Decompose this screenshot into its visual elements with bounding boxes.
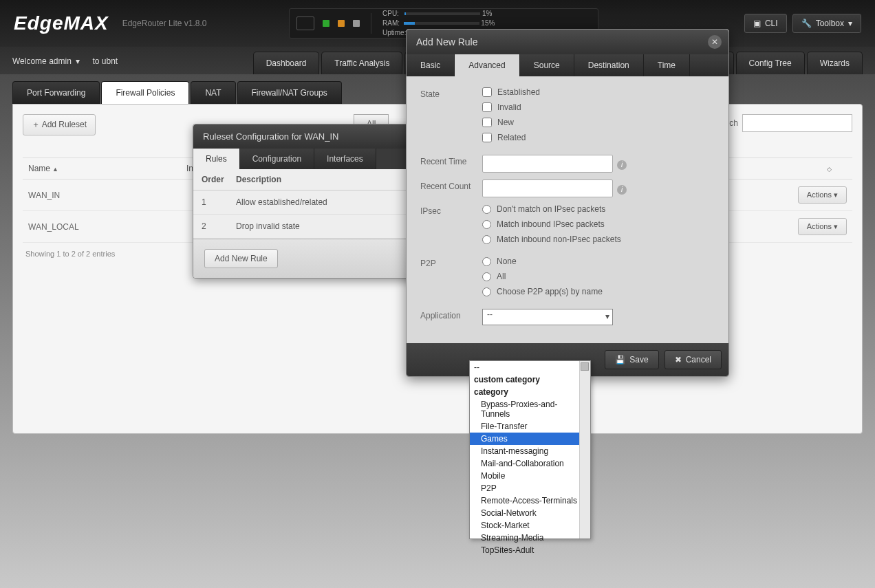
application-dropdown[interactable]: -- custom category category Bypass-Proxi… (469, 360, 591, 539)
nav-tab-traffic-analysis[interactable]: Traffic Analysis (321, 52, 402, 74)
sort-asc-icon: ▲ (52, 166, 58, 173)
dropdown-item[interactable]: Remote-Access-Terminals (470, 494, 590, 507)
scroll-thumb[interactable] (581, 362, 589, 371)
dropdown-group: category (470, 386, 590, 398)
add-rule-modal: Add New Rule ✕ BasicAdvancedSourceDestin… (406, 29, 729, 377)
application-select[interactable]: --▾ (482, 309, 613, 325)
subtab-nat[interactable]: NAT (191, 81, 235, 104)
p2p-option[interactable]: None (482, 257, 715, 266)
ruleset-tab-rules[interactable]: Rules (193, 149, 240, 169)
sort-icon: ◇ (827, 166, 832, 173)
info-icon: i (617, 185, 627, 195)
scrollbar[interactable] (579, 361, 590, 538)
row-name: WAN_LOCAL (28, 222, 186, 232)
checkbox[interactable] (482, 133, 492, 142)
dropdown-item[interactable]: Streaming-Media (470, 532, 590, 544)
dropdown-item[interactable]: -- (470, 361, 590, 373)
actions-button[interactable]: Actions ▾ (798, 186, 847, 204)
nav-tab-config-tree[interactable]: Config Tree (736, 52, 805, 74)
close-icon[interactable]: ✕ (708, 35, 722, 49)
state-option[interactable]: Established (482, 87, 715, 97)
dropdown-item[interactable]: File-Transfer (470, 420, 590, 433)
dropdown-item[interactable]: Social-Network (470, 507, 590, 519)
state-label: State (420, 87, 482, 99)
rule-order: 1 (202, 197, 236, 207)
cancel-button[interactable]: ✖Cancel (665, 350, 722, 369)
dropdown-item[interactable]: Bypass-Proxies-and-Tunnels (470, 398, 590, 420)
application-label: Application (420, 309, 482, 320)
chevron-down-icon: ▾ (605, 312, 609, 321)
rule-tab-advanced[interactable]: Advanced (455, 54, 519, 76)
radio[interactable] (482, 272, 491, 281)
cli-button[interactable]: ▣CLI (744, 14, 787, 33)
dropdown-item[interactable]: Stock-Market (470, 519, 590, 532)
add-ruleset-button[interactable]: ＋ Add Ruleset (23, 114, 96, 135)
welcome-to: to ubnt (92, 56, 118, 66)
radio[interactable] (482, 205, 491, 214)
p2p-label: P2P (420, 257, 482, 268)
checkbox[interactable] (482, 102, 492, 112)
col-order: Order (202, 175, 236, 184)
radio[interactable] (482, 220, 491, 229)
rule-order: 2 (202, 221, 236, 231)
recent-count-label: Recent Count (420, 179, 482, 191)
checkbox[interactable] (482, 87, 492, 97)
terminal-icon: ▣ (753, 19, 761, 28)
save-button[interactable]: 💾Save (605, 350, 658, 369)
subtab-firewall-nat-groups[interactable]: Firewall/NAT Groups (237, 81, 342, 104)
nav-tab-wizards[interactable]: Wizards (807, 52, 863, 74)
add-new-rule-button[interactable]: Add New Rule (204, 249, 278, 268)
checkbox[interactable] (482, 118, 492, 127)
interface-icon (296, 17, 314, 30)
state-option[interactable]: Related (482, 133, 715, 142)
state-option[interactable]: Invalid (482, 102, 715, 112)
subtab-firewall-policies[interactable]: Firewall Policies (101, 81, 189, 104)
port-icon-2 (338, 20, 345, 27)
port-icon-3 (353, 20, 360, 27)
rule-desc: Allow established/related (236, 197, 327, 207)
p2p-option[interactable]: All (482, 272, 715, 281)
rule-tab-time[interactable]: Time (644, 54, 690, 76)
radio[interactable] (482, 287, 491, 296)
rule-tab-source[interactable]: Source (520, 54, 574, 76)
subtab-port-forwarding[interactable]: Port Forwarding (12, 81, 100, 104)
ruleset-tab-interfaces[interactable]: Interfaces (314, 149, 376, 169)
welcome-text: Welcome admin (12, 56, 72, 66)
ruleset-tab-configuration[interactable]: Configuration (240, 149, 314, 169)
p2p-option[interactable]: Choose P2P app(s) by name (482, 287, 715, 296)
dropdown-item[interactable]: TopSites-Adult (470, 544, 590, 556)
ram-pct: 15% (481, 19, 495, 27)
dropdown-item[interactable]: P2P (470, 482, 590, 494)
recent-time-input[interactable] (482, 155, 613, 173)
cancel-icon: ✖ (675, 355, 682, 364)
save-icon: 💾 (615, 355, 625, 364)
toolbox-button[interactable]: 🔧Toolbox ▾ (792, 14, 861, 33)
dropdown-item[interactable]: Instant-messaging (470, 445, 590, 457)
row-name: WAN_IN (28, 190, 186, 200)
ipsec-option[interactable]: Don't match on IPsec packets (482, 204, 715, 214)
dropdown-item[interactable]: Games (470, 433, 590, 445)
product-subtitle: EdgeRouter Lite v1.8.0 (122, 19, 207, 28)
nav-tab-dashboard[interactable]: Dashboard (253, 52, 320, 74)
dropdown-item[interactable]: Mail-and-Collaboration (470, 457, 590, 470)
rule-desc: Drop invalid state (236, 221, 300, 231)
col-name[interactable]: Name (28, 164, 50, 173)
dropdown-group: custom category (470, 373, 590, 386)
ipsec-option[interactable]: Match inbound non-IPsec packets (482, 235, 715, 244)
search-input[interactable] (742, 114, 852, 132)
wrench-icon: 🔧 (801, 19, 812, 28)
ipsec-option[interactable]: Match inbound IPsec packets (482, 219, 715, 229)
rule-tab-basic[interactable]: Basic (407, 54, 455, 76)
recent-count-input[interactable] (482, 179, 613, 197)
ipsec-label: IPsec (420, 204, 482, 216)
chevron-down-icon[interactable]: ▾ (76, 56, 80, 66)
radio[interactable] (482, 235, 491, 244)
rule-tab-destination[interactable]: Destination (574, 54, 644, 76)
state-option[interactable]: New (482, 118, 715, 127)
dropdown-item[interactable]: Mobile (470, 470, 590, 482)
port-icon-1 (323, 20, 330, 27)
radio[interactable] (482, 257, 491, 266)
actions-button[interactable]: Actions ▾ (798, 218, 847, 235)
info-icon: i (617, 160, 627, 170)
recent-time-label: Recent Time (420, 155, 482, 166)
